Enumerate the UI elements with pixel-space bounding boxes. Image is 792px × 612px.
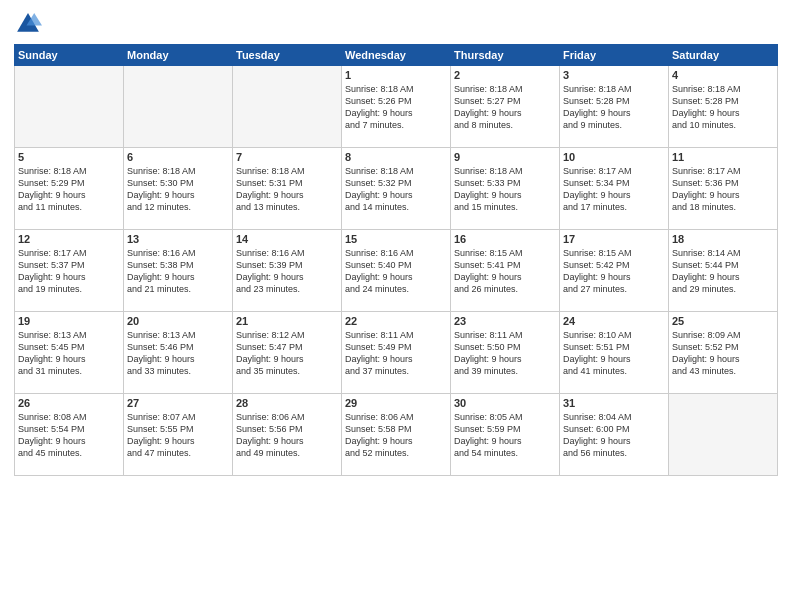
day-cell: 2Sunrise: 8:18 AMSunset: 5:27 PMDaylight… [451, 66, 560, 148]
logo-icon [14, 10, 42, 38]
day-cell: 28Sunrise: 8:06 AMSunset: 5:56 PMDayligh… [233, 394, 342, 476]
day-cell: 8Sunrise: 8:18 AMSunset: 5:32 PMDaylight… [342, 148, 451, 230]
day-cell: 7Sunrise: 8:18 AMSunset: 5:31 PMDaylight… [233, 148, 342, 230]
header-cell-tuesday: Tuesday [233, 45, 342, 66]
day-cell: 23Sunrise: 8:11 AMSunset: 5:50 PMDayligh… [451, 312, 560, 394]
day-cell [15, 66, 124, 148]
week-row-1: 1Sunrise: 8:18 AMSunset: 5:26 PMDaylight… [15, 66, 778, 148]
day-number: 22 [345, 315, 447, 327]
day-cell: 12Sunrise: 8:17 AMSunset: 5:37 PMDayligh… [15, 230, 124, 312]
day-number: 25 [672, 315, 774, 327]
day-number: 5 [18, 151, 120, 163]
day-info: Sunrise: 8:12 AMSunset: 5:47 PMDaylight:… [236, 329, 338, 378]
day-cell: 3Sunrise: 8:18 AMSunset: 5:28 PMDaylight… [560, 66, 669, 148]
logo [14, 10, 46, 38]
header-cell-wednesday: Wednesday [342, 45, 451, 66]
day-cell: 15Sunrise: 8:16 AMSunset: 5:40 PMDayligh… [342, 230, 451, 312]
day-number: 13 [127, 233, 229, 245]
header-cell-monday: Monday [124, 45, 233, 66]
day-cell [669, 394, 778, 476]
day-cell [233, 66, 342, 148]
day-number: 14 [236, 233, 338, 245]
day-number: 4 [672, 69, 774, 81]
calendar-table: SundayMondayTuesdayWednesdayThursdayFrid… [14, 44, 778, 476]
day-info: Sunrise: 8:17 AMSunset: 5:37 PMDaylight:… [18, 247, 120, 296]
day-cell: 20Sunrise: 8:13 AMSunset: 5:46 PMDayligh… [124, 312, 233, 394]
day-number: 18 [672, 233, 774, 245]
header-row: SundayMondayTuesdayWednesdayThursdayFrid… [15, 45, 778, 66]
day-info: Sunrise: 8:18 AMSunset: 5:30 PMDaylight:… [127, 165, 229, 214]
day-number: 10 [563, 151, 665, 163]
week-row-4: 19Sunrise: 8:13 AMSunset: 5:45 PMDayligh… [15, 312, 778, 394]
day-info: Sunrise: 8:04 AMSunset: 6:00 PMDaylight:… [563, 411, 665, 460]
day-cell: 30Sunrise: 8:05 AMSunset: 5:59 PMDayligh… [451, 394, 560, 476]
day-info: Sunrise: 8:18 AMSunset: 5:29 PMDaylight:… [18, 165, 120, 214]
day-number: 12 [18, 233, 120, 245]
day-info: Sunrise: 8:16 AMSunset: 5:39 PMDaylight:… [236, 247, 338, 296]
header-cell-saturday: Saturday [669, 45, 778, 66]
week-row-3: 12Sunrise: 8:17 AMSunset: 5:37 PMDayligh… [15, 230, 778, 312]
day-info: Sunrise: 8:16 AMSunset: 5:40 PMDaylight:… [345, 247, 447, 296]
day-info: Sunrise: 8:10 AMSunset: 5:51 PMDaylight:… [563, 329, 665, 378]
day-cell: 17Sunrise: 8:15 AMSunset: 5:42 PMDayligh… [560, 230, 669, 312]
header [14, 10, 778, 38]
header-cell-friday: Friday [560, 45, 669, 66]
day-info: Sunrise: 8:18 AMSunset: 5:26 PMDaylight:… [345, 83, 447, 132]
day-info: Sunrise: 8:17 AMSunset: 5:34 PMDaylight:… [563, 165, 665, 214]
day-info: Sunrise: 8:05 AMSunset: 5:59 PMDaylight:… [454, 411, 556, 460]
day-info: Sunrise: 8:18 AMSunset: 5:28 PMDaylight:… [563, 83, 665, 132]
day-info: Sunrise: 8:18 AMSunset: 5:31 PMDaylight:… [236, 165, 338, 214]
day-number: 16 [454, 233, 556, 245]
day-info: Sunrise: 8:18 AMSunset: 5:28 PMDaylight:… [672, 83, 774, 132]
day-info: Sunrise: 8:17 AMSunset: 5:36 PMDaylight:… [672, 165, 774, 214]
day-info: Sunrise: 8:11 AMSunset: 5:49 PMDaylight:… [345, 329, 447, 378]
day-number: 7 [236, 151, 338, 163]
day-number: 23 [454, 315, 556, 327]
day-info: Sunrise: 8:18 AMSunset: 5:27 PMDaylight:… [454, 83, 556, 132]
day-info: Sunrise: 8:18 AMSunset: 5:32 PMDaylight:… [345, 165, 447, 214]
day-number: 29 [345, 397, 447, 409]
day-cell: 4Sunrise: 8:18 AMSunset: 5:28 PMDaylight… [669, 66, 778, 148]
day-cell: 22Sunrise: 8:11 AMSunset: 5:49 PMDayligh… [342, 312, 451, 394]
day-info: Sunrise: 8:11 AMSunset: 5:50 PMDaylight:… [454, 329, 556, 378]
day-cell: 26Sunrise: 8:08 AMSunset: 5:54 PMDayligh… [15, 394, 124, 476]
day-cell: 9Sunrise: 8:18 AMSunset: 5:33 PMDaylight… [451, 148, 560, 230]
header-cell-thursday: Thursday [451, 45, 560, 66]
day-info: Sunrise: 8:13 AMSunset: 5:46 PMDaylight:… [127, 329, 229, 378]
day-number: 3 [563, 69, 665, 81]
day-cell: 5Sunrise: 8:18 AMSunset: 5:29 PMDaylight… [15, 148, 124, 230]
day-info: Sunrise: 8:14 AMSunset: 5:44 PMDaylight:… [672, 247, 774, 296]
day-cell: 10Sunrise: 8:17 AMSunset: 5:34 PMDayligh… [560, 148, 669, 230]
day-cell: 24Sunrise: 8:10 AMSunset: 5:51 PMDayligh… [560, 312, 669, 394]
day-number: 24 [563, 315, 665, 327]
page: SundayMondayTuesdayWednesdayThursdayFrid… [0, 0, 792, 612]
day-number: 31 [563, 397, 665, 409]
day-number: 1 [345, 69, 447, 81]
day-number: 21 [236, 315, 338, 327]
day-cell: 25Sunrise: 8:09 AMSunset: 5:52 PMDayligh… [669, 312, 778, 394]
day-info: Sunrise: 8:08 AMSunset: 5:54 PMDaylight:… [18, 411, 120, 460]
day-cell: 16Sunrise: 8:15 AMSunset: 5:41 PMDayligh… [451, 230, 560, 312]
day-number: 6 [127, 151, 229, 163]
calendar-header: SundayMondayTuesdayWednesdayThursdayFrid… [15, 45, 778, 66]
day-cell: 13Sunrise: 8:16 AMSunset: 5:38 PMDayligh… [124, 230, 233, 312]
day-cell: 6Sunrise: 8:18 AMSunset: 5:30 PMDaylight… [124, 148, 233, 230]
day-info: Sunrise: 8:18 AMSunset: 5:33 PMDaylight:… [454, 165, 556, 214]
day-number: 26 [18, 397, 120, 409]
day-number: 9 [454, 151, 556, 163]
day-number: 17 [563, 233, 665, 245]
day-number: 15 [345, 233, 447, 245]
day-cell: 29Sunrise: 8:06 AMSunset: 5:58 PMDayligh… [342, 394, 451, 476]
day-cell: 21Sunrise: 8:12 AMSunset: 5:47 PMDayligh… [233, 312, 342, 394]
day-info: Sunrise: 8:16 AMSunset: 5:38 PMDaylight:… [127, 247, 229, 296]
week-row-2: 5Sunrise: 8:18 AMSunset: 5:29 PMDaylight… [15, 148, 778, 230]
header-cell-sunday: Sunday [15, 45, 124, 66]
day-number: 27 [127, 397, 229, 409]
day-cell: 1Sunrise: 8:18 AMSunset: 5:26 PMDaylight… [342, 66, 451, 148]
day-info: Sunrise: 8:15 AMSunset: 5:41 PMDaylight:… [454, 247, 556, 296]
day-number: 28 [236, 397, 338, 409]
day-number: 2 [454, 69, 556, 81]
day-info: Sunrise: 8:06 AMSunset: 5:58 PMDaylight:… [345, 411, 447, 460]
day-info: Sunrise: 8:06 AMSunset: 5:56 PMDaylight:… [236, 411, 338, 460]
day-number: 11 [672, 151, 774, 163]
